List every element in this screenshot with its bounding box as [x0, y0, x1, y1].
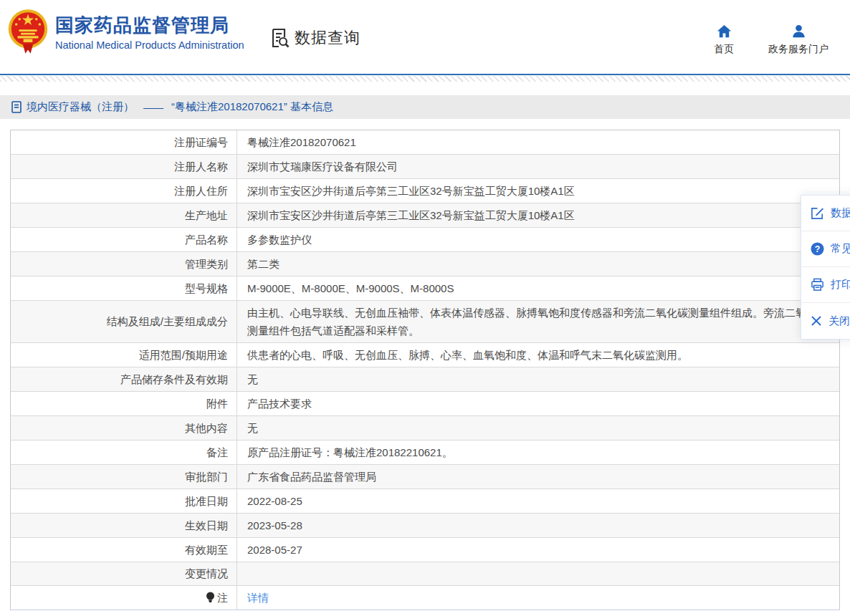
- table-row: 管理类别第二类: [11, 252, 839, 276]
- row-label: 附件: [11, 392, 237, 415]
- row-value: 产品技术要求: [237, 392, 839, 415]
- national-emblem-icon: [7, 8, 49, 55]
- home-icon: [716, 23, 732, 39]
- table-row: 结构及组成/主要组成成分由主机、心电导联线、无创血压袖带、体表体温传感器、脉搏氧…: [11, 301, 839, 343]
- row-value: 2028-05-27: [237, 538, 839, 562]
- table-row: 产品名称多参数监护仪: [11, 228, 839, 252]
- printer-icon: [811, 278, 824, 292]
- page-header: 国家药品监督管理局 National Medical Products Admi…: [0, 0, 850, 74]
- nav-label: 首页: [714, 43, 734, 56]
- table-row: 变更情况: [11, 562, 839, 586]
- svg-text:?: ?: [815, 244, 821, 254]
- row-value: 详情: [237, 586, 839, 610]
- row-value: 2022-08-25: [237, 489, 839, 513]
- table-row: 生产地址深圳市宝安区沙井街道后亭第三工业区32号新宝益工贸大厦10楼A1区: [11, 203, 839, 228]
- document-search-icon: [268, 27, 290, 49]
- top-nav: 首页政务服务门户: [714, 23, 828, 56]
- table-row: 型号规格M-9000E、M-8000E、M-9000S、M-8000S: [11, 276, 839, 301]
- row-value: 无: [237, 367, 839, 391]
- row-label: 有效期至: [11, 538, 237, 562]
- table-row: 注册证编号粤械注准20182070621: [11, 130, 839, 155]
- row-label: 产品储存条件及有效期: [11, 367, 237, 391]
- bulb-icon: [206, 592, 215, 604]
- panel-item-printer[interactable]: 打印页面: [801, 267, 850, 303]
- person-icon: [791, 23, 807, 39]
- breadcrumb: 境内医疗器械（注册） —— “粤械注准20182070621” 基本信息: [0, 95, 850, 119]
- row-value: 广东省食品药品监督管理局: [237, 465, 839, 489]
- table-row: 有效期至2028-05-27: [11, 538, 839, 562]
- breadcrumb-separator: ——: [143, 101, 162, 113]
- breadcrumb-category[interactable]: 境内医疗器械（注册）: [27, 100, 134, 114]
- row-value: 深圳市宝安区沙井街道后亭第三工业区32号新宝益工贸大厦10楼A1区: [237, 203, 839, 227]
- panel-item-close[interactable]: 关闭页面: [801, 303, 850, 339]
- nmpa-logo-block[interactable]: 国家药品监督管理局 National Medical Products Admi…: [7, 8, 244, 55]
- site-title: 国家药品监督管理局: [55, 13, 244, 37]
- document-icon: [11, 101, 22, 113]
- table-row: 注详情: [11, 586, 839, 610]
- row-value: 供患者的心电、呼吸、无创血压、脉搏、心率、血氧饱和度、体温和呼气末二氧化碳监测用…: [237, 343, 839, 367]
- row-label: 生产地址: [11, 203, 237, 227]
- data-query-label: 数据查询: [295, 27, 360, 49]
- row-label: 其他内容: [11, 416, 237, 440]
- panel-item-question[interactable]: ?常见问题: [801, 231, 850, 267]
- close-icon: [811, 315, 822, 327]
- row-value: 深圳市艾瑞康医疗设备有限公司: [237, 155, 839, 178]
- nav-item-portal[interactable]: 政务服务门户: [768, 23, 828, 56]
- row-value: 多参数监护仪: [237, 228, 839, 251]
- row-label: 产品名称: [11, 228, 237, 251]
- table-row: 备注原产品注册证号：粤械注准20182210621。: [11, 441, 839, 465]
- row-label: 审批部门: [11, 465, 237, 489]
- row-value: 第二类: [237, 252, 839, 276]
- panel-item-feedback-edit[interactable]: 数据反馈: [801, 196, 850, 231]
- row-value: 2023-05-28: [237, 514, 839, 537]
- data-query-section[interactable]: 数据查询: [268, 27, 360, 49]
- row-label: 管理类别: [11, 252, 237, 276]
- site-title-wrap: 国家药品监督管理局 National Medical Products Admi…: [55, 13, 244, 51]
- site-subtitle: National Medical Products Administration: [55, 39, 244, 51]
- nav-label: 政务服务门户: [768, 43, 828, 56]
- row-label: 注: [11, 586, 237, 610]
- table-row: 适用范围/预期用途供患者的心电、呼吸、无创血压、脉搏、心率、血氧饱和度、体温和呼…: [11, 343, 839, 367]
- table-row: 附件产品技术要求: [11, 392, 839, 416]
- row-label: 批准日期: [11, 489, 237, 513]
- row-label: 注册人名称: [11, 155, 237, 178]
- row-label: 注册人住所: [11, 179, 237, 203]
- feedback-edit-icon: [811, 206, 824, 220]
- row-label: 生效日期: [11, 514, 237, 537]
- table-row: 审批部门广东省食品药品监督管理局: [11, 465, 839, 489]
- row-value: 原产品注册证号：粤械注准20182210621。: [237, 441, 839, 464]
- row-label: 变更情况: [11, 562, 237, 585]
- row-label: 注册证编号: [11, 130, 237, 154]
- table-row: 产品储存条件及有效期无: [11, 367, 839, 392]
- row-label: 结构及组成/主要组成成分: [11, 301, 237, 342]
- row-value: 粤械注准20182070621: [237, 130, 839, 154]
- registration-table: 注册证编号粤械注准20182070621注册人名称深圳市艾瑞康医疗设备有限公司注…: [10, 130, 840, 610]
- row-value: 深圳市宝安区沙井街道后亭第三工业区32号新宝益工贸大厦10楼A1区: [237, 179, 839, 203]
- question-icon: ?: [811, 242, 824, 256]
- header-divider-line: [0, 74, 850, 75]
- panel-item-label: 常见问题: [831, 242, 850, 256]
- panel-item-label: 数据反馈: [831, 206, 850, 220]
- row-value: 由主机、心电导联线、无创血压袖带、体表体温传感器、脉搏氧饱和度传感器和旁流二氧化…: [237, 301, 839, 342]
- table-row: 注册人名称深圳市艾瑞康医疗设备有限公司: [11, 155, 839, 179]
- row-label: 备注: [11, 441, 237, 464]
- table-row: 注册人住所深圳市宝安区沙井街道后亭第三工业区32号新宝益工贸大厦10楼A1区: [11, 179, 839, 203]
- row-value: M-9000E、M-8000E、M-9000S、M-8000S: [237, 276, 839, 300]
- side-tools-panel: 数据反馈?常见问题打印页面关闭页面: [801, 195, 850, 340]
- row-label: 适用范围/预期用途: [11, 343, 237, 367]
- hatch-divider: [0, 76, 850, 82]
- breadcrumb-current: “粤械注准20182070621” 基本信息: [171, 100, 333, 114]
- table-row: 批准日期2022-08-25: [11, 489, 839, 514]
- nav-item-home[interactable]: 首页: [714, 23, 734, 56]
- table-row: 其他内容无: [11, 416, 839, 441]
- panel-item-label: 打印页面: [831, 278, 850, 292]
- panel-item-label: 关闭页面: [828, 314, 850, 328]
- row-value: [237, 562, 839, 585]
- table-row: 生效日期2023-05-28: [11, 514, 839, 538]
- row-label: 型号规格: [11, 276, 237, 300]
- detail-link[interactable]: 详情: [247, 589, 269, 607]
- row-value: 无: [237, 416, 839, 440]
